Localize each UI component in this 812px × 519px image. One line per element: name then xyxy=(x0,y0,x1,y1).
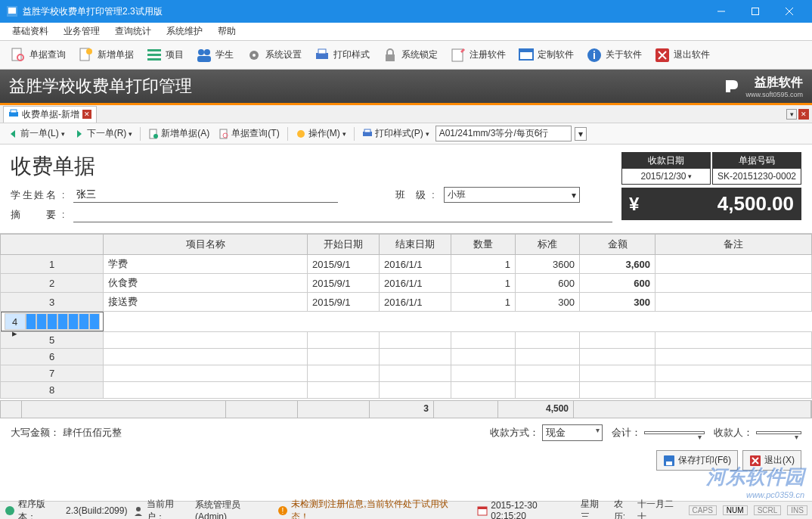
svg-marker-29 xyxy=(11,130,15,138)
tab-dropdown-icon[interactable]: ▾ xyxy=(786,109,797,120)
user-label: 当前用户： xyxy=(147,498,192,520)
table-row[interactable]: 4 ▸ xyxy=(1,312,104,331)
table-row[interactable]: 7 xyxy=(1,365,812,382)
people-icon xyxy=(196,47,212,64)
svg-rect-39 xyxy=(666,462,672,465)
prev-doc-button[interactable]: 前一单(L)▾ xyxy=(5,126,68,141)
menubar: 基础资料 业务管理 查询统计 系统维护 帮助 xyxy=(0,23,812,41)
toolbar-info[interactable]: i关于软件 xyxy=(581,43,647,67)
search-doc-icon xyxy=(10,47,26,64)
calendar-icon xyxy=(477,505,488,516)
svg-text:!: ! xyxy=(282,507,284,515)
menu-query[interactable]: 查询统计 xyxy=(107,23,159,39)
table-row[interactable]: 6 xyxy=(1,349,812,365)
summary-input[interactable] xyxy=(73,207,612,222)
menu-basic[interactable]: 基础资料 xyxy=(5,23,56,39)
save-print-button[interactable]: 保存打印(F6) xyxy=(656,450,738,471)
svg-point-42 xyxy=(136,507,141,511)
table-row[interactable]: 8 xyxy=(1,382,812,399)
print-style-dropdown-icon[interactable]: ▾ xyxy=(575,127,587,141)
table-row[interactable]: 3接送费2015/9/12016/1/11300300 xyxy=(1,293,812,312)
toolbar-lock[interactable]: 系统锁定 xyxy=(377,43,443,67)
brand-logo-icon xyxy=(723,77,741,95)
toolbar-list[interactable]: 项目 xyxy=(141,43,189,67)
toolbar-new-doc[interactable]: 新增单据 xyxy=(73,43,139,67)
svg-rect-46 xyxy=(478,507,487,509)
print-style-select[interactable]: A01/241mm/3等分/每页6行 xyxy=(435,126,572,141)
tab-close-all-icon[interactable]: ✕ xyxy=(798,109,809,120)
student-label: 学生姓名 xyxy=(11,188,56,202)
toolbar-people[interactable]: 学生 xyxy=(191,43,239,67)
ins-indicator: INS xyxy=(787,505,807,515)
table-row[interactable]: 1学费2015/9/12016/1/1136003,600 xyxy=(1,255,812,274)
close-button[interactable] xyxy=(772,0,806,23)
toolbar-exit[interactable]: 退出软件 xyxy=(649,43,715,67)
svg-point-14 xyxy=(204,49,210,55)
table-row[interactable]: 5 xyxy=(1,332,812,349)
tab-close-icon[interactable]: ✕ xyxy=(82,110,91,119)
ops-button[interactable]: 操作(M)▾ xyxy=(293,126,349,141)
banner-title: 益胜学校收费单打印管理 xyxy=(9,75,723,98)
next-doc-button[interactable]: 下一单(R)▾ xyxy=(71,126,136,141)
query-doc-button[interactable]: 单据查询(T) xyxy=(215,126,282,141)
student-input[interactable] xyxy=(73,188,338,203)
svg-rect-20 xyxy=(386,54,395,61)
svg-point-17 xyxy=(253,54,256,57)
summary-label: 摘 要 xyxy=(11,208,56,222)
class-select[interactable]: 小班▾ xyxy=(444,187,580,203)
exit-icon xyxy=(749,455,761,467)
new-doc-button[interactable]: 新增单据(A) xyxy=(145,126,212,141)
exit-button[interactable]: 退出(X) xyxy=(742,450,801,471)
toolbar-gear[interactable]: 系统设置 xyxy=(240,43,307,67)
svg-point-9 xyxy=(86,48,92,54)
upper-amount-label: 大写金额： xyxy=(11,426,60,440)
table-row[interactable]: 2伙食费2015/9/12016/1/11600600 xyxy=(1,274,812,293)
paymethod-select[interactable]: 现金 xyxy=(542,424,603,441)
minimize-button[interactable] xyxy=(704,0,738,23)
list-icon xyxy=(146,47,163,64)
document-tabs: 收费单据-新增 ✕ ▾ ✕ xyxy=(0,105,812,123)
upper-amount-value: 肆仟伍佰元整 xyxy=(63,426,122,440)
svg-text:i: i xyxy=(593,49,596,61)
document-toolbar: 前一单(L)▾ 下一单(R)▾ 新增单据(A) 单据查询(T) 操作(M)▾ 打… xyxy=(0,123,812,145)
class-label: 班级 xyxy=(395,188,426,202)
version-value: 2.3(Build:2099) xyxy=(66,505,127,516)
menu-business[interactable]: 业务管理 xyxy=(56,23,107,39)
chevron-down-icon: ▾ xyxy=(688,172,692,180)
sum-amount: 4,500 xyxy=(498,401,574,418)
payee-select[interactable] xyxy=(756,431,801,434)
line-items-grid[interactable]: 项目名称开始日期结束日期数量标准金额备注 1学费2015/9/12016/1/1… xyxy=(0,234,812,400)
print-style-button[interactable]: 打印样式(P)▾ xyxy=(359,126,432,141)
yen-icon: ¥ xyxy=(629,194,639,215)
tab-new-receipt[interactable]: 收费单据-新增 ✕ xyxy=(3,106,97,123)
lunar-value: 十一月二十 xyxy=(637,498,683,520)
datetime: 2015-12-30 02:15:20 xyxy=(491,500,575,520)
totals-row: 3 4,500 xyxy=(0,400,812,418)
docno-header: 单据号码 xyxy=(713,153,801,169)
svg-rect-10 xyxy=(147,49,161,51)
brand-name: 益胜软件 xyxy=(745,75,803,91)
toolbar-edit[interactable]: 注册软件 xyxy=(445,43,511,67)
payee-label: 收款人： xyxy=(714,426,753,440)
tab-label: 收费单据-新增 xyxy=(22,108,79,121)
receipt-header: 收费单据 学生姓名: 班级: 小班▾ 摘 要: 收款日期 2015/12/30▾… xyxy=(0,145,812,234)
menu-help[interactable]: 帮助 xyxy=(210,23,243,39)
lunar-label: 农历: xyxy=(614,498,634,520)
maximize-button[interactable] xyxy=(738,0,772,23)
banner: 益胜学校收费单打印管理 益胜软件 www.soft0595.com xyxy=(0,70,812,103)
accountant-select[interactable] xyxy=(644,431,705,434)
toolbar-printer[interactable]: 打印样式 xyxy=(308,43,375,67)
printer-icon xyxy=(314,47,330,64)
toolbar-search-doc[interactable]: 单据查询 xyxy=(5,43,71,67)
sum-qty: 3 xyxy=(370,401,434,418)
gear-icon xyxy=(246,47,262,64)
user-icon xyxy=(133,505,144,516)
date-picker[interactable]: 2015/12/30▾ xyxy=(622,169,710,184)
window-title: 益胜学校收费单打印管理2.3试用版 xyxy=(23,5,704,18)
svg-rect-1 xyxy=(8,8,16,14)
menu-system[interactable]: 系统维护 xyxy=(159,23,210,39)
form-title: 收费单据 xyxy=(11,152,612,181)
svg-rect-11 xyxy=(147,54,161,56)
toolbar-window[interactable]: 定制软件 xyxy=(513,43,579,67)
svg-rect-23 xyxy=(519,49,533,52)
